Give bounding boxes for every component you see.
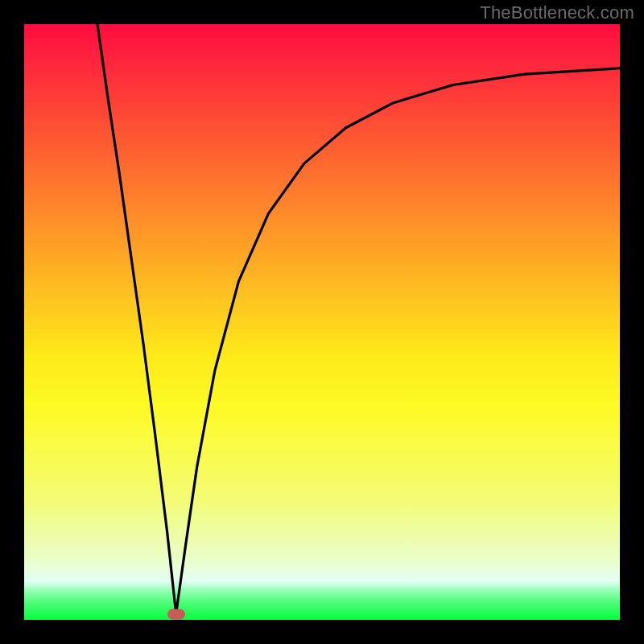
curve-right-segment xyxy=(176,68,620,614)
curve-left-segment xyxy=(97,24,176,614)
plot-area xyxy=(24,24,620,620)
curve-svg xyxy=(24,24,620,620)
minimum-marker xyxy=(167,609,185,619)
chart-frame: TheBottleneck.com xyxy=(0,0,644,644)
watermark-text: TheBottleneck.com xyxy=(480,2,634,23)
